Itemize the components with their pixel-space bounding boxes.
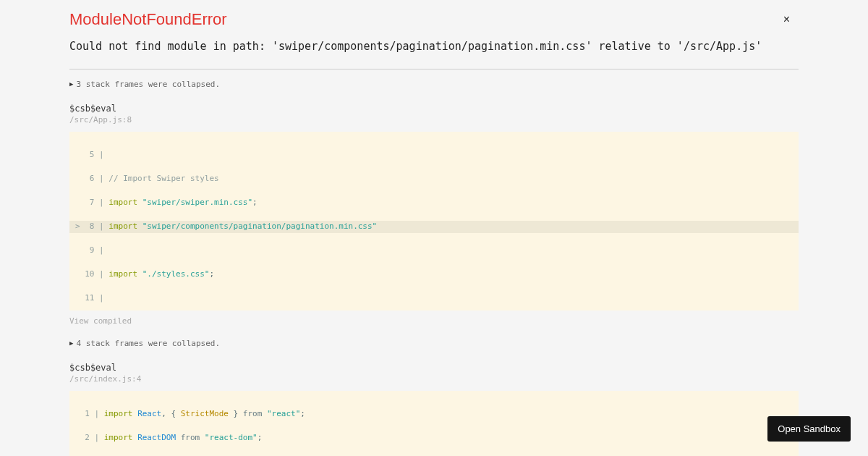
code-punct: ; — [252, 198, 258, 207]
open-sandbox-button[interactable]: Open Sandbox — [767, 416, 851, 442]
code-gutter: 10 | — [75, 269, 109, 279]
code-keyword: import — [109, 269, 137, 279]
code-string: "swiper/components/pagination/pagination… — [142, 221, 378, 231]
code-gutter: 7 | — [75, 198, 109, 207]
error-overlay: ModuleNotFoundError Could not find modul… — [0, 0, 868, 456]
code-gutter: > 8 | — [75, 221, 109, 231]
code-gutter: 2 | — [75, 433, 104, 442]
collapsed-frames-1[interactable]: ▶ 3 stack frames were collapsed. — [69, 80, 799, 89]
code-class: StrictMode — [181, 409, 229, 418]
code-keyword: import — [109, 221, 137, 231]
error-message: Could not find module in path: 'swiper/c… — [69, 38, 799, 56]
code-gutter: 6 | — [75, 174, 109, 183]
code-text: from — [243, 409, 267, 418]
code-keyword: import — [104, 433, 133, 442]
code-punct: ; — [209, 269, 214, 279]
collapsed-frames-text: 3 stack frames were collapsed. — [76, 80, 220, 89]
collapsed-frames-2[interactable]: ▶ 4 stack frames were collapsed. — [69, 339, 799, 348]
code-block-1: 5 | 6 | // Import Swiper styles 7 | impo… — [69, 132, 799, 311]
expand-icon: ▶ — [69, 80, 73, 88]
code-identifier: ReactDOM — [137, 433, 176, 442]
code-string: "react" — [267, 409, 300, 418]
code-keyword: import — [109, 198, 137, 207]
code-punct: } — [229, 409, 243, 418]
frame-location-1: /src/App.js:8 — [69, 115, 799, 124]
code-string: "swiper/swiper.min.css" — [142, 198, 252, 207]
code-string: "react-dom" — [205, 433, 258, 442]
code-punct: { — [166, 409, 181, 418]
code-line: 5 | — [75, 150, 109, 159]
frame-location-2: /src/index.js:4 — [69, 374, 799, 384]
code-gutter: 1 | — [75, 409, 104, 418]
code-string: "./styles.css" — [142, 269, 210, 279]
code-identifier: React — [137, 409, 161, 418]
collapsed-frames-text: 4 stack frames were collapsed. — [76, 339, 220, 348]
code-line: 9 | — [75, 245, 109, 255]
close-button[interactable]: × — [783, 13, 790, 26]
expand-icon: ▶ — [69, 339, 73, 347]
code-punct: ; — [300, 409, 305, 418]
code-keyword: import — [104, 409, 133, 418]
code-comment: // Import Swiper styles — [109, 174, 218, 183]
code-text: from — [176, 433, 205, 442]
divider — [69, 69, 799, 69]
error-title: ModuleNotFoundError — [69, 10, 799, 29]
frame-source-1: $csb$eval — [69, 104, 799, 114]
code-line: 11 | — [75, 293, 109, 303]
code-punct: , — [161, 409, 166, 418]
code-block-2: 1 | import React, { StrictMode } from "r… — [69, 391, 799, 456]
code-punct: ; — [258, 433, 263, 442]
view-compiled-link[interactable]: View compiled — [69, 316, 799, 326]
frame-source-2: $csb$eval — [69, 363, 799, 373]
